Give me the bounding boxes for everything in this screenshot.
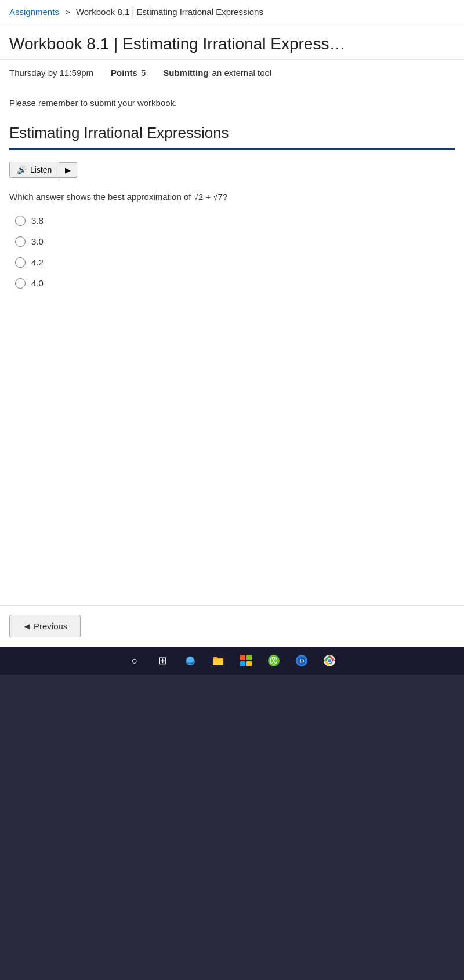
option-radio-3[interactable] [15, 257, 26, 268]
svg-rect-6 [240, 661, 245, 666]
svg-rect-3 [213, 659, 223, 665]
points-value: 5 [141, 68, 146, 78]
submitting-value: an external tool [212, 68, 272, 78]
option-item-4[interactable]: 4.0 [15, 278, 455, 289]
option-radio-4[interactable] [15, 278, 26, 289]
option-label-3: 4.2 [31, 257, 44, 267]
submitting-item: Submitting an external tool [163, 68, 271, 78]
page-title: Workbook 8.1 | Estimating Irrational Exp… [0, 24, 464, 60]
svg-text:⚙: ⚙ [299, 658, 304, 664]
title-divider [9, 148, 455, 150]
listen-play-button[interactable]: ▶ [59, 162, 77, 178]
speaker-icon: 🔊 [17, 165, 27, 174]
taskbar-chrome-icon[interactable] [320, 651, 339, 670]
breadcrumb: Assignments > Workbook 8.1 | Estimating … [0, 0, 464, 24]
points-item: Points 5 [111, 68, 146, 78]
workbook-section-title: Estimating Irrational Expressions [9, 124, 455, 142]
points-label: Points [111, 68, 137, 78]
due-date-value: Thursday by 11:59pm [9, 68, 93, 78]
taskbar-xbox-icon[interactable]: Ⓧ [264, 651, 283, 670]
option-item-3[interactable]: 4.2 [15, 257, 455, 268]
submit-reminder: Please remember to submit your workbook. [9, 98, 455, 108]
due-date-item: Thursday by 11:59pm [9, 68, 93, 78]
breadcrumb-assignments-link[interactable]: Assignments [9, 7, 59, 17]
listen-button[interactable]: 🔊 Listen [9, 162, 59, 178]
taskbar-search-icon[interactable]: ○ [125, 651, 144, 670]
taskbar-filemanager-icon[interactable] [209, 651, 227, 670]
option-item-1[interactable]: 3.8 [15, 216, 455, 226]
svg-text:Ⓧ: Ⓧ [270, 657, 278, 665]
bottom-nav: ◄ Previous [0, 605, 464, 647]
previous-button[interactable]: ◄ Previous [9, 615, 81, 637]
question-text: Which answer shows the best approximatio… [9, 191, 455, 204]
option-radio-2[interactable] [15, 236, 26, 247]
taskbar-antivirus-icon[interactable]: ⚙ [292, 651, 311, 670]
breadcrumb-current: Workbook 8.1 | Estimating Irrational Exp… [76, 7, 263, 17]
play-icon: ▶ [65, 166, 71, 174]
main-content: Please remember to submit your workbook.… [0, 86, 464, 605]
breadcrumb-separator: > [65, 7, 70, 17]
below-taskbar-area [0, 675, 464, 980]
meta-bar: Thursday by 11:59pm Points 5 Submitting … [0, 60, 464, 86]
option-item-2[interactable]: 3.0 [15, 236, 455, 247]
taskbar-store-icon[interactable] [237, 651, 255, 670]
submitting-label: Submitting [163, 68, 208, 78]
listen-bar: 🔊 Listen ▶ [9, 162, 455, 178]
option-label-1: 3.8 [31, 216, 44, 225]
option-label-2: 3.0 [31, 236, 44, 246]
svg-rect-4 [240, 655, 245, 660]
svg-point-1 [187, 657, 194, 662]
option-label-4: 4.0 [31, 278, 44, 288]
listen-button-label: Listen [30, 165, 52, 174]
taskbar-taskview-icon[interactable]: ⊞ [153, 651, 172, 670]
svg-rect-7 [246, 661, 252, 666]
options-list: 3.8 3.0 4.2 4.0 [15, 216, 455, 289]
taskbar: ○ ⊞ Ⓧ ⚙ [0, 647, 464, 675]
taskbar-edge-icon[interactable] [181, 651, 200, 670]
svg-rect-5 [246, 655, 252, 660]
svg-point-16 [328, 659, 331, 662]
option-radio-1[interactable] [15, 216, 26, 226]
